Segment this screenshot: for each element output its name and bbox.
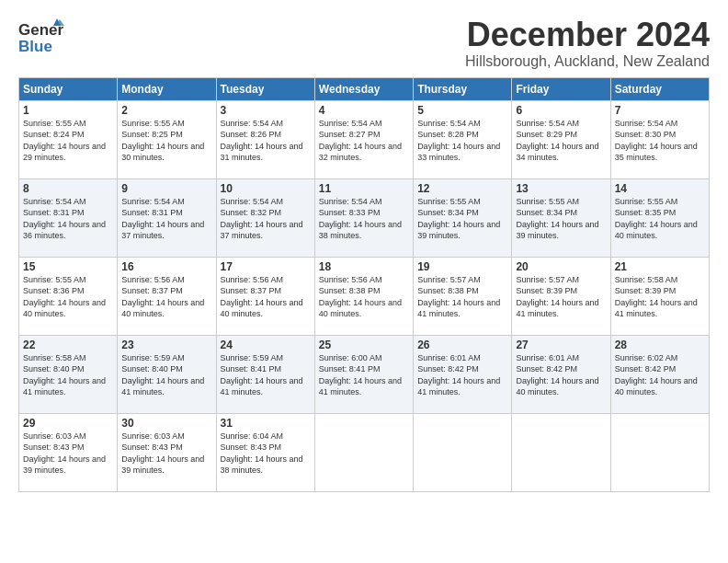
day-info: Sunrise: 5:54 AMSunset: 8:31 PMDaylight:…	[121, 197, 204, 241]
day-number: 24	[221, 339, 311, 351]
svg-text:Blue: Blue	[18, 38, 52, 55]
col-saturday: Saturday	[610, 77, 709, 100]
calendar-cell	[512, 413, 610, 491]
logo: General Blue	[18, 17, 66, 58]
day-number: 30	[121, 417, 211, 430]
calendar-cell: 13Sunrise: 5:55 AMSunset: 8:34 PMDayligh…	[512, 178, 610, 257]
col-tuesday: Tuesday	[216, 77, 314, 100]
calendar-cell: 26Sunrise: 6:01 AMSunset: 8:42 PMDayligh…	[414, 335, 512, 413]
day-number: 7	[615, 104, 705, 117]
col-sunday: Sunday	[19, 77, 118, 100]
day-number: 26	[417, 339, 507, 351]
day-info: Sunrise: 5:58 AMSunset: 8:39 PMDaylight:…	[615, 275, 698, 319]
day-number: 14	[615, 182, 705, 195]
calendar-cell: 20Sunrise: 5:57 AMSunset: 8:39 PMDayligh…	[512, 257, 610, 335]
day-info: Sunrise: 5:55 AMSunset: 8:34 PMDaylight:…	[417, 197, 500, 241]
day-number: 31	[221, 417, 311, 430]
day-info: Sunrise: 5:54 AMSunset: 8:27 PMDaylight:…	[319, 119, 402, 163]
day-number: 29	[23, 417, 113, 430]
calendar-cell: 22Sunrise: 5:58 AMSunset: 8:40 PMDayligh…	[19, 335, 118, 413]
day-info: Sunrise: 5:54 AMSunset: 8:33 PMDaylight:…	[319, 197, 402, 241]
day-number: 27	[516, 339, 606, 351]
day-info: Sunrise: 6:02 AMSunset: 8:42 PMDaylight:…	[615, 353, 698, 397]
day-info: Sunrise: 5:54 AMSunset: 8:28 PMDaylight:…	[417, 119, 500, 163]
calendar-cell: 3Sunrise: 5:54 AMSunset: 8:26 PMDaylight…	[216, 100, 314, 178]
calendar-cell: 6Sunrise: 5:54 AMSunset: 8:29 PMDaylight…	[512, 100, 610, 178]
day-number: 13	[516, 182, 606, 195]
day-number: 9	[121, 182, 211, 195]
day-number: 11	[319, 182, 409, 195]
day-number: 1	[23, 104, 113, 117]
calendar-cell: 25Sunrise: 6:00 AMSunset: 8:41 PMDayligh…	[314, 335, 413, 413]
calendar-cell: 23Sunrise: 5:59 AMSunset: 8:40 PMDayligh…	[118, 335, 216, 413]
day-number: 6	[516, 104, 606, 117]
day-number: 15	[23, 260, 113, 273]
calendar-cell: 29Sunrise: 6:03 AMSunset: 8:43 PMDayligh…	[19, 413, 118, 491]
day-number: 25	[319, 339, 409, 351]
calendar-cell: 2Sunrise: 5:55 AMSunset: 8:25 PMDaylight…	[118, 100, 216, 178]
day-info: Sunrise: 6:00 AMSunset: 8:41 PMDaylight:…	[319, 353, 402, 397]
page: General Blue December 2024 Hillsborough,…	[0, 0, 728, 563]
calendar-cell: 18Sunrise: 5:56 AMSunset: 8:38 PMDayligh…	[314, 257, 413, 335]
day-info: Sunrise: 5:55 AMSunset: 8:34 PMDaylight:…	[516, 197, 598, 241]
calendar-cell: 8Sunrise: 5:54 AMSunset: 8:31 PMDaylight…	[19, 178, 118, 257]
day-info: Sunrise: 5:56 AMSunset: 8:38 PMDaylight:…	[319, 275, 402, 319]
calendar-cell: 27Sunrise: 6:01 AMSunset: 8:42 PMDayligh…	[512, 335, 610, 413]
title-block: December 2024 Hillsborough, Auckland, Ne…	[465, 17, 710, 70]
calendar-cell	[610, 413, 709, 491]
calendar-cell: 30Sunrise: 6:03 AMSunset: 8:43 PMDayligh…	[118, 413, 216, 491]
day-info: Sunrise: 5:57 AMSunset: 8:39 PMDaylight:…	[516, 275, 598, 319]
header: General Blue December 2024 Hillsborough,…	[18, 17, 710, 70]
calendar-cell	[314, 413, 413, 491]
day-info: Sunrise: 5:55 AMSunset: 8:24 PMDaylight:…	[23, 119, 106, 163]
calendar-cell: 11Sunrise: 5:54 AMSunset: 8:33 PMDayligh…	[314, 178, 413, 257]
day-number: 4	[319, 104, 409, 117]
calendar-header-row: Sunday Monday Tuesday Wednesday Thursday…	[19, 77, 710, 100]
day-info: Sunrise: 5:56 AMSunset: 8:37 PMDaylight:…	[121, 275, 204, 319]
day-number: 8	[23, 182, 113, 195]
day-info: Sunrise: 5:55 AMSunset: 8:36 PMDaylight:…	[23, 275, 106, 319]
calendar-week-2: 8Sunrise: 5:54 AMSunset: 8:31 PMDaylight…	[19, 178, 710, 257]
day-info: Sunrise: 6:01 AMSunset: 8:42 PMDaylight:…	[516, 353, 598, 397]
calendar-week-5: 29Sunrise: 6:03 AMSunset: 8:43 PMDayligh…	[19, 413, 710, 491]
calendar-cell	[414, 413, 512, 491]
day-info: Sunrise: 5:59 AMSunset: 8:41 PMDaylight:…	[221, 353, 303, 397]
day-info: Sunrise: 6:04 AMSunset: 8:43 PMDaylight:…	[221, 431, 303, 476]
calendar-cell: 19Sunrise: 5:57 AMSunset: 8:38 PMDayligh…	[414, 257, 512, 335]
day-number: 16	[121, 260, 211, 273]
logo-icon: General Blue	[18, 17, 64, 58]
day-number: 17	[221, 260, 311, 273]
day-number: 12	[417, 182, 507, 195]
day-info: Sunrise: 5:54 AMSunset: 8:30 PMDaylight:…	[615, 119, 698, 163]
calendar-cell: 16Sunrise: 5:56 AMSunset: 8:37 PMDayligh…	[118, 257, 216, 335]
calendar-cell: 5Sunrise: 5:54 AMSunset: 8:28 PMDaylight…	[414, 100, 512, 178]
calendar-cell: 24Sunrise: 5:59 AMSunset: 8:41 PMDayligh…	[216, 335, 314, 413]
day-number: 18	[319, 260, 409, 273]
day-info: Sunrise: 5:58 AMSunset: 8:40 PMDaylight:…	[23, 353, 106, 397]
calendar-cell: 4Sunrise: 5:54 AMSunset: 8:27 PMDaylight…	[314, 100, 413, 178]
calendar-week-3: 15Sunrise: 5:55 AMSunset: 8:36 PMDayligh…	[19, 257, 710, 335]
calendar-cell: 14Sunrise: 5:55 AMSunset: 8:35 PMDayligh…	[610, 178, 709, 257]
col-monday: Monday	[118, 77, 216, 100]
day-info: Sunrise: 6:03 AMSunset: 8:43 PMDaylight:…	[23, 431, 106, 476]
day-number: 3	[221, 104, 311, 117]
day-number: 2	[121, 104, 211, 117]
day-info: Sunrise: 5:54 AMSunset: 8:32 PMDaylight:…	[221, 197, 303, 241]
calendar-cell: 9Sunrise: 5:54 AMSunset: 8:31 PMDaylight…	[118, 178, 216, 257]
day-number: 19	[417, 260, 507, 273]
day-info: Sunrise: 5:56 AMSunset: 8:37 PMDaylight:…	[221, 275, 303, 319]
calendar-cell: 7Sunrise: 5:54 AMSunset: 8:30 PMDaylight…	[610, 100, 709, 178]
day-info: Sunrise: 5:54 AMSunset: 8:31 PMDaylight:…	[23, 197, 106, 241]
day-info: Sunrise: 5:54 AMSunset: 8:26 PMDaylight:…	[221, 119, 303, 163]
day-number: 5	[417, 104, 507, 117]
day-number: 20	[516, 260, 606, 273]
calendar-cell: 28Sunrise: 6:02 AMSunset: 8:42 PMDayligh…	[610, 335, 709, 413]
day-number: 28	[615, 339, 705, 351]
day-info: Sunrise: 6:03 AMSunset: 8:43 PMDaylight:…	[121, 431, 204, 476]
day-info: Sunrise: 6:01 AMSunset: 8:42 PMDaylight:…	[417, 353, 500, 397]
day-info: Sunrise: 5:57 AMSunset: 8:38 PMDaylight:…	[417, 275, 500, 319]
location: Hillsborough, Auckland, New Zealand	[465, 53, 710, 70]
day-info: Sunrise: 5:55 AMSunset: 8:35 PMDaylight:…	[615, 197, 698, 241]
day-info: Sunrise: 5:59 AMSunset: 8:40 PMDaylight:…	[121, 353, 204, 397]
calendar-cell: 1Sunrise: 5:55 AMSunset: 8:24 PMDaylight…	[19, 100, 118, 178]
